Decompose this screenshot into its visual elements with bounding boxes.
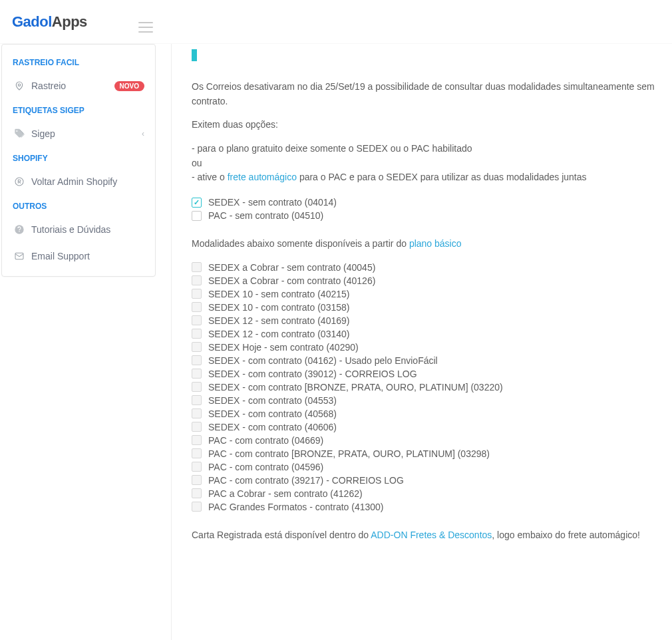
sidebar-item-rastreio[interactable]: RastreioNOVO [2, 73, 155, 99]
option-or: ou [192, 158, 202, 168]
shipping-option-row: SEDEX - com contrato (04162) - Usado pel… [192, 355, 659, 366]
sidebar-item-label: Sigep [31, 128, 55, 139]
sidebar-item-label: Voltar Admin Shopify [31, 176, 117, 187]
sidebar: RASTREIO FACILRastreioNOVOETIQUETAS SIGE… [1, 44, 156, 277]
shipping-option-label: PAC - com contrato (04596) [208, 462, 323, 472]
shipping-option-row: SEDEX - com contrato (04553) [192, 395, 659, 406]
sidebar-item-sigep[interactable]: Sigep‹ [2, 120, 155, 147]
basic-plan-notice: Modalidades abaixo somente disponíveis a… [192, 237, 659, 251]
checkbox [192, 342, 202, 352]
shipping-option-label: SEDEX Hoje - sem contrato (40290) [208, 342, 359, 353]
shipping-option-row: SEDEX a Cobrar - sem contrato (40045) [192, 262, 659, 273]
option-activate-post: para o PAC e para o SEDEX para utilizar … [297, 172, 587, 182]
shipping-option-label: SEDEX 12 - sem contrato (40169) [208, 315, 349, 326]
basic-notice-pre: Modalidades abaixo somente disponíveis a… [192, 238, 409, 249]
plano-basico-link[interactable]: plano básico [409, 238, 462, 249]
checkbox [192, 435, 202, 445]
info-paragraph-2: Exitem duas opções: [192, 118, 659, 132]
shipping-option-label: SEDEX - com contrato (39012) - CORREIOS … [208, 369, 417, 379]
logo[interactable]: GadolApps [12, 13, 87, 31]
shipping-option-row: PAC - com contrato (39217) - CORREIOS LO… [192, 475, 659, 486]
shipping-option-row: PAC - com contrato [BRONZE, PRATA, OURO,… [192, 448, 659, 459]
shipping-option-row: SEDEX - sem contrato (04014) [192, 197, 659, 208]
checkbox [192, 382, 202, 392]
option-activate-pre: - ative o [192, 172, 228, 182]
shipping-option-label: SEDEX - sem contrato (04014) [208, 197, 337, 208]
shipping-option-row: PAC Grandes Formatos - contrato (41300) [192, 502, 659, 512]
sidebar-item-label: Email Support [31, 251, 90, 261]
checkbox [192, 448, 202, 458]
sidebar-section-title: ETIQUETAS SIGEP [2, 99, 155, 120]
checkbox [192, 289, 202, 299]
info-paragraph-1: Os Correios desativaram no dia 25/Set/19… [192, 80, 659, 108]
chevron-left-icon: ‹ [142, 129, 144, 138]
checkbox [192, 422, 202, 432]
sidebar-item-email-support[interactable]: Email Support [2, 243, 155, 269]
mail-icon [13, 249, 26, 263]
carta-registrada-notice: Carta Registrada está disponível dentro … [192, 528, 659, 543]
shipping-option-row: SEDEX 12 - sem contrato (40169) [192, 315, 659, 326]
carta-post: , logo embaixo do frete automágico! [492, 530, 640, 540]
shipping-option-label: SEDEX a Cobrar - com contrato (40126) [208, 275, 375, 286]
sidebar-section-title: SHOPIFY [2, 147, 155, 168]
checkbox [192, 315, 202, 325]
menu-toggle-button[interactable] [133, 13, 158, 41]
shipping-option-label: SEDEX 10 - sem contrato (40215) [208, 289, 349, 299]
checkbox[interactable] [192, 198, 202, 208]
checkbox [192, 275, 202, 285]
shipping-option-row: SEDEX a Cobrar - com contrato (40126) [192, 275, 659, 286]
menu-icon [138, 22, 153, 23]
option-free-line: - para o plano gratuito deixe somente o … [192, 143, 472, 154]
logo-dark-part: Apps [52, 13, 87, 30]
shipping-option-row: PAC a Cobrar - sem contrato (41262) [192, 488, 659, 499]
shipping-option-label: SEDEX - com contrato (04162) - Usado pel… [208, 355, 438, 366]
shipping-option-label: SEDEX - com contrato (04553) [208, 395, 337, 406]
basic-options-list: SEDEX a Cobrar - sem contrato (40045)SED… [192, 262, 659, 512]
shipping-option-row: SEDEX 10 - com contrato (03158) [192, 302, 659, 313]
addon-fretes-link[interactable]: ADD-ON Fretes & Descontos [371, 530, 492, 540]
shipping-option-row: PAC - sem contrato (04510) [192, 210, 659, 221]
checkbox[interactable] [192, 211, 202, 221]
shipping-option-label: PAC - sem contrato (04510) [208, 210, 323, 221]
checkbox [192, 355, 202, 365]
shipping-option-row: PAC - com contrato (04596) [192, 462, 659, 472]
checkbox [192, 475, 202, 485]
accent-bar [192, 49, 197, 61]
shipping-option-label: PAC - com contrato (39217) - CORREIOS LO… [208, 475, 404, 486]
checkbox [192, 408, 202, 418]
sidebar-item-label: Rastreio [31, 80, 66, 91]
shipping-option-label: PAC - com contrato [BRONZE, PRATA, OURO,… [208, 448, 490, 459]
shipping-option-label: PAC - com contrato (04669) [208, 435, 323, 446]
shipping-option-label: SEDEX 12 - com contrato (03140) [208, 329, 349, 339]
main-panel: Os Correios desativaram no dia 25/Set/19… [171, 44, 672, 640]
carta-pre: Carta Registrada está disponível dentro … [192, 530, 371, 540]
sidebar-item-label: Tutoriais e Dúvidas [31, 224, 110, 235]
shipping-option-row: SEDEX - com contrato (40606) [192, 422, 659, 432]
sidebar-section-title: RASTREIO FACIL [2, 51, 155, 73]
frete-automagico-link[interactable]: frete automágico [228, 172, 297, 182]
svg-point-0 [18, 84, 20, 86]
tag-icon [13, 127, 26, 140]
logo-color-part: Gadol [12, 13, 52, 30]
shipping-option-label: SEDEX 10 - com contrato (03158) [208, 302, 349, 313]
shipping-option-row: PAC - com contrato (04669) [192, 435, 659, 446]
help-icon [13, 223, 26, 236]
sidebar-item-voltar-admin-shopify[interactable]: Voltar Admin Shopify [2, 168, 155, 195]
shipping-option-label: PAC Grandes Formatos - contrato (41300) [208, 502, 384, 512]
shipping-option-label: PAC a Cobrar - sem contrato (41262) [208, 488, 363, 499]
shipping-option-row: SEDEX - com contrato (40568) [192, 408, 659, 419]
sidebar-item-tutoriais-e-d-vidas[interactable]: Tutoriais e Dúvidas [2, 216, 155, 243]
checkbox [192, 302, 202, 312]
checkbox [192, 329, 202, 339]
shipping-option-label: SEDEX - com contrato [BRONZE, PRATA, OUR… [208, 382, 503, 393]
shipping-option-label: SEDEX - com contrato (40606) [208, 422, 337, 432]
shipping-option-label: SEDEX a Cobrar - sem contrato (40045) [208, 262, 375, 273]
checkbox [192, 462, 202, 472]
shipping-option-row: SEDEX - com contrato (39012) - CORREIOS … [192, 369, 659, 379]
free-options-list: SEDEX - sem contrato (04014)PAC - sem co… [192, 197, 659, 221]
shipping-option-row: SEDEX - com contrato [BRONZE, PRATA, OUR… [192, 382, 659, 393]
shipping-option-row: SEDEX 10 - sem contrato (40215) [192, 289, 659, 299]
checkbox [192, 488, 202, 498]
svg-rect-3 [15, 253, 23, 259]
checkbox [192, 369, 202, 379]
